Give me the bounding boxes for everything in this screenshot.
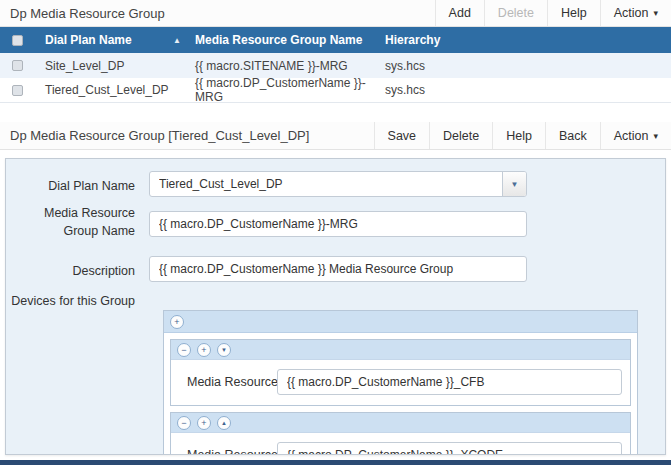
add-item-button[interactable]: + [197,343,211,357]
arrow-up-icon: ▲ [221,417,227,429]
cell-mrg-name: {{ macro.SITENAME }}-MRG [195,59,385,73]
list-panel: Dp Media Resource Group Add Delete Help … [0,0,671,103]
arrow-down-icon: ▼ [221,344,227,356]
cell-dial-plan-name[interactable]: Site_Level_DP [45,59,173,73]
add-button[interactable]: Add [435,0,484,26]
add-item-button[interactable]: + [197,416,211,430]
dial-plan-name-value[interactable] [149,171,527,197]
device-item-body: Media Resource [171,433,630,455]
panel-gap [0,103,671,122]
table-row[interactable]: Site_Level_DP {{ macro.SITENAME }}-MRG s… [0,53,671,78]
chevron-down-icon: ▼ [511,180,519,189]
devices-group-container: + − + ▼ Media Resource [163,310,638,455]
help-button[interactable]: Help [492,122,545,149]
row-checkbox-cell [0,85,45,96]
media-resource-label: Media Resource [171,442,277,455]
media-resource-label: Media Resource [171,369,277,395]
devices-group-header: + [164,311,637,333]
footer-bar [0,460,671,465]
detail-toolbar: Dp Media Resource Group [Tiered_Cust_Lev… [0,122,671,150]
description-field[interactable] [149,256,527,282]
devices-group-label: Devices for this Group [6,286,149,310]
detail-form: Dial Plan Name ▼ Media Resource Group Na… [5,158,666,455]
detail-panel: Dp Media Resource Group [Tiered_Cust_Lev… [0,122,671,455]
move-down-button[interactable]: ▼ [217,343,231,357]
delete-button[interactable]: Delete [484,0,547,26]
media-resource-field[interactable] [277,442,622,455]
help-button[interactable]: Help [547,0,600,26]
back-button[interactable]: Back [545,122,600,149]
select-all-checkbox[interactable] [12,35,23,46]
add-item-button[interactable]: + [170,315,184,329]
mrg-name-label: Media Resource Group Name [6,204,149,240]
action-menu-button[interactable]: Action ▾ [600,122,671,149]
remove-item-button[interactable]: − [177,416,191,430]
list-toolbar: Dp Media Resource Group Add Delete Help … [0,0,671,27]
plus-icon: + [174,316,179,328]
row-checkbox[interactable] [12,60,23,71]
form-row-description: Description [6,256,665,282]
column-header-hierarchy[interactable]: Hierarchy [385,33,671,47]
remove-item-button[interactable]: − [177,343,191,357]
cell-hierarchy: sys.hcs [385,83,671,97]
save-button[interactable]: Save [374,122,430,149]
device-item: − + ▼ Media Resource [170,339,631,406]
cell-dial-plan-name[interactable]: Tiered_Cust_Level_DP [45,83,173,97]
chevron-down-icon: ▾ [653,131,658,141]
delete-button[interactable]: Delete [429,122,492,149]
chevron-down-icon: ▾ [653,8,658,18]
minus-icon: − [181,344,186,356]
list-panel-title: Dp Media Resource Group [0,0,435,26]
form-row-mrg-name: Media Resource Group Name [6,211,665,240]
minus-icon: − [181,417,186,429]
plus-icon: + [201,417,206,429]
form-row-dial-plan-name: Dial Plan Name ▼ [6,171,665,197]
dial-plan-name-label: Dial Plan Name [6,171,149,197]
plus-icon: + [201,344,206,356]
action-menu-label: Action [614,6,649,20]
device-item-header: − + ▼ [171,340,630,360]
form-row-devices-group: Devices for this Group [6,286,665,310]
detail-panel-title: Dp Media Resource Group [Tiered_Cust_Lev… [0,122,374,149]
description-label: Description [6,256,149,282]
sort-ascending-icon[interactable]: ▲ [173,36,195,45]
device-item-header: − + ▲ [171,413,630,433]
row-checkbox-cell [0,60,45,71]
table-header-row: Dial Plan Name ▲ Media Resource Group Na… [0,27,671,53]
mrg-name-field[interactable] [149,211,527,237]
device-item-body: Media Resource [171,360,630,405]
action-menu-button[interactable]: Action ▾ [600,0,671,26]
dial-plan-name-select[interactable]: ▼ [149,171,527,197]
cell-hierarchy: sys.hcs [385,59,671,73]
media-resource-field[interactable] [277,369,622,395]
table-row[interactable]: Tiered_Cust_Level_DP {{ macro.DP_Custome… [0,78,671,103]
row-checkbox[interactable] [12,85,23,96]
cell-mrg-name: {{ macro.DP_CustomerName }}-MRG [195,76,385,104]
column-header-mrg-name[interactable]: Media Resource Group Name [195,33,385,47]
dropdown-arrow-button[interactable]: ▼ [502,172,526,196]
action-menu-label: Action [614,129,649,143]
device-item: − + ▲ Media Resource [170,412,631,455]
column-header-dial-plan-name[interactable]: Dial Plan Name [45,33,173,47]
select-all-cell [0,35,45,46]
move-up-button[interactable]: ▲ [217,416,231,430]
